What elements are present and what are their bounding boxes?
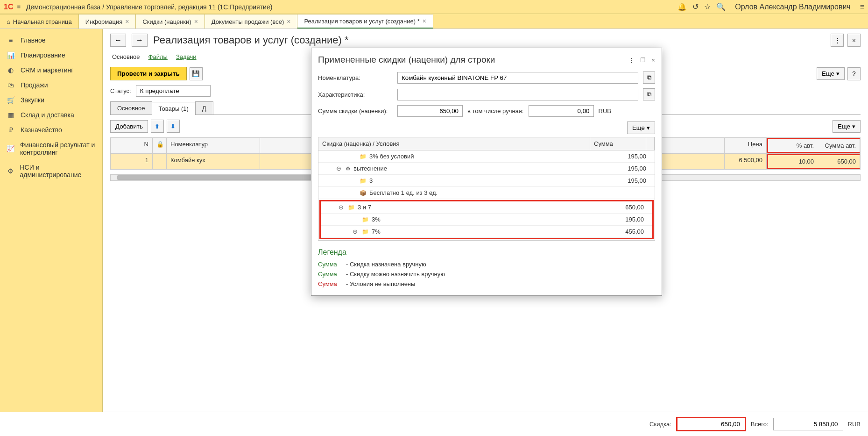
total-input[interactable] — [773, 418, 843, 430]
tree-row[interactable]: 📁3% без условий195,00 — [318, 150, 655, 163]
legend-row: Сумма- Скидка назначена вручную — [318, 259, 655, 269]
tree-row[interactable]: ⊕📁7%455,00 — [321, 226, 652, 238]
col-pct-auto: % авт. — [772, 142, 814, 149]
close-icon[interactable]: × — [651, 57, 655, 64]
folder-icon: 📁 — [362, 216, 369, 223]
folder-icon: 📁 — [360, 153, 367, 160]
popup-title: Примененные скидки (наценки) для строки — [318, 55, 628, 65]
discounts-popup: Примененные скидки (наценки) для строки … — [311, 48, 662, 296]
grid-icon: ▦ — [7, 111, 15, 119]
tab-sales-docs[interactable]: Документы продажи (все) × — [205, 14, 298, 29]
folder-icon: 📁 — [360, 178, 367, 184]
legend-row: Сумма- Скидку можно назначить вручную — [318, 269, 655, 279]
tab-home[interactable]: ⌂ Начальная страница — [0, 14, 79, 29]
move-down-icon[interactable]: ⬇ — [167, 120, 180, 133]
col-price: Цена — [725, 138, 767, 153]
tree-row[interactable]: 📦Бесплатно 1 ед. из 3 ед. — [318, 187, 655, 199]
sidebar-item-nsi[interactable]: ⚙НСИ и администрирование — [0, 160, 102, 182]
form-tab-main[interactable]: Основное — [112, 51, 140, 62]
menu-icon[interactable]: ≡ — [17, 3, 21, 10]
folder-icon: 📦 — [360, 190, 367, 196]
expand-icon[interactable]: ⊖ — [339, 204, 345, 211]
star-icon[interactable]: ☆ — [704, 2, 711, 11]
sidebar-item-finance[interactable]: 📈Финансовый результат и контроллинг — [0, 137, 102, 160]
sidebar-item-main[interactable]: ≡Главное — [0, 33, 102, 48]
expand-icon[interactable]: ⊖ — [336, 165, 343, 172]
popup-more-button[interactable]: Еще ▾ — [627, 122, 655, 134]
close-icon[interactable]: × — [125, 18, 129, 25]
folder-icon: ⚙ — [346, 165, 351, 172]
logo-1c: 1C — [4, 3, 13, 11]
tree-row[interactable]: ⊖⚙вытеснение195,00 — [318, 163, 655, 175]
sidebar-item-crm[interactable]: ◐CRM и маркетинг — [0, 63, 102, 78]
more-button[interactable]: Еще ▾ — [817, 67, 845, 80]
sidebar-item-warehouse[interactable]: ▦Склад и доставка — [0, 107, 102, 122]
status-input[interactable] — [136, 85, 211, 97]
nom-input[interactable] — [397, 72, 638, 84]
page-title: Реализация товаров и услуг (создание) * — [153, 34, 825, 46]
manual-input[interactable] — [529, 105, 594, 117]
bell-icon[interactable]: 🔔 — [677, 2, 687, 11]
sidebar-item-planning[interactable]: 📊Планирование — [0, 48, 102, 63]
history-icon[interactable]: ↺ — [692, 2, 699, 11]
char-input[interactable] — [397, 89, 638, 100]
tab-info[interactable]: Информация × — [79, 14, 136, 29]
forward-button[interactable]: → — [132, 34, 148, 47]
gear-icon: ⚙ — [7, 167, 14, 175]
sum-input[interactable] — [397, 105, 463, 117]
close-button[interactable]: × — [847, 34, 861, 47]
sum-label: Сумма скидки (наценки): — [318, 107, 393, 114]
char-label: Характеристика: — [318, 91, 393, 98]
grid-more-button[interactable]: Еще ▾ — [833, 120, 861, 133]
currency-label: RUB — [599, 107, 611, 114]
doc-tab-d[interactable]: Д — [195, 101, 213, 114]
kebab-icon[interactable]: ⋮ — [628, 57, 635, 64]
app-title: Демонстрационная база / Управление торго… — [26, 3, 677, 11]
open-icon[interactable]: ⧉ — [643, 88, 655, 100]
discount-input[interactable] — [676, 417, 746, 431]
save-icon[interactable]: 💾 — [190, 67, 203, 80]
kebab-icon[interactable]: ⋮ — [831, 34, 844, 47]
sidebar-item-sales[interactable]: 🛍Продажи — [0, 78, 102, 93]
user-menu-icon[interactable]: ≡ — [860, 3, 864, 11]
close-icon[interactable]: × — [194, 18, 198, 25]
move-up-icon[interactable]: ⬆ — [151, 120, 164, 133]
discount-label: Скидка: — [649, 421, 671, 428]
search-icon[interactable]: 🔍 — [716, 2, 726, 11]
menu-icon: ≡ — [7, 36, 15, 44]
expand-icon[interactable]: ⊕ — [353, 228, 359, 235]
tab-discounts[interactable]: Скидки (наценки) × — [136, 14, 205, 29]
doc-tab-goods[interactable]: Товары (1) — [152, 102, 196, 115]
bag-icon: 🛍 — [7, 81, 15, 89]
help-button[interactable]: ? — [847, 67, 861, 80]
tree-row[interactable]: 📁3%195,00 — [321, 214, 652, 226]
open-icon[interactable]: ⧉ — [643, 71, 655, 84]
tree-row[interactable]: ⊖📁3 и 7650,00 — [321, 201, 652, 214]
legend-row: Сумма- Условия не выполнены — [318, 279, 655, 289]
window-tabs: ⌂ Начальная страница Информация × Скидки… — [0, 14, 868, 29]
footer: Скидка: Всего: RUB — [0, 412, 868, 436]
user-name[interactable]: Орлов Александр Владимирович — [735, 3, 850, 11]
tab-realization[interactable]: Реализация товаров и услуг (создание) * … — [297, 14, 433, 29]
col-n: N — [111, 138, 153, 153]
back-button[interactable]: ← — [110, 34, 126, 47]
manual-label: в том числе ручная: — [467, 107, 524, 114]
maximize-icon[interactable]: ☐ — [640, 57, 646, 64]
form-tab-tasks[interactable]: Задачи — [176, 51, 197, 62]
col-lock-icon: 🔒 — [153, 138, 167, 153]
form-tab-files[interactable]: Файлы — [148, 51, 168, 62]
add-button[interactable]: Добавить — [110, 120, 148, 133]
close-icon[interactable]: × — [423, 17, 426, 25]
legend: Легенда Сумма- Скидка назначена вручнуюС… — [318, 248, 655, 289]
chart-icon: 📊 — [7, 51, 15, 59]
tree-header-sum: Сумма — [590, 137, 646, 150]
tree-header-name: Скидка (наценка) / Условия — [318, 137, 590, 150]
close-icon[interactable]: × — [287, 18, 290, 25]
tree-row[interactable]: 📁3195,00 — [318, 175, 655, 187]
doc-tab-main[interactable]: Основное — [110, 101, 152, 114]
sidebar-item-treasury[interactable]: ₽Казначейство — [0, 122, 102, 137]
post-close-button[interactable]: Провести и закрыть — [110, 67, 187, 80]
nom-label: Номенклатура: — [318, 74, 393, 81]
sidebar-item-purchases[interactable]: 🛒Закупки — [0, 93, 102, 107]
cart-icon: 🛒 — [7, 96, 15, 104]
